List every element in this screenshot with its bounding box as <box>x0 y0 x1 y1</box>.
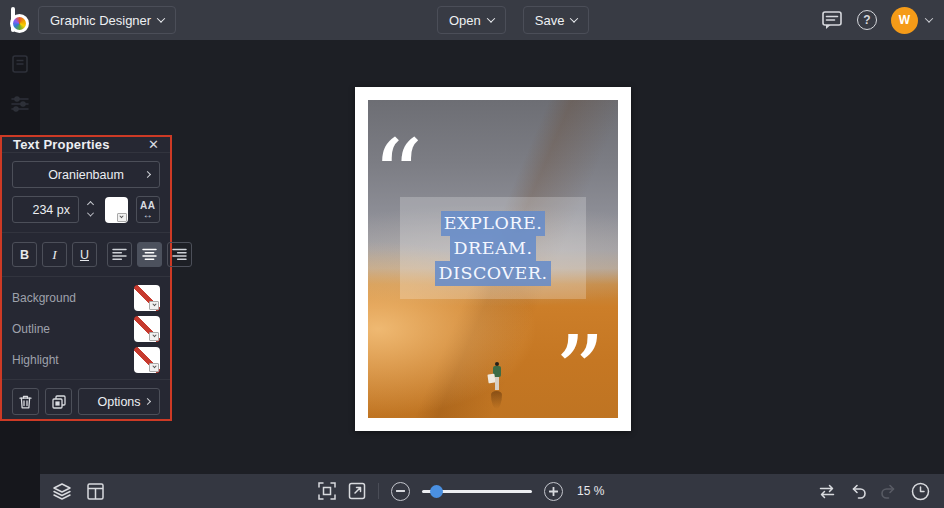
font-size-stepper <box>84 202 96 217</box>
befunky-logo-icon[interactable] <box>8 7 34 33</box>
duplicate-icon <box>52 395 66 409</box>
chevron-right-icon <box>144 171 151 178</box>
background-color-swatch[interactable] <box>134 285 160 311</box>
text-line: DREAM. <box>450 236 535 261</box>
undo-button[interactable] <box>849 483 867 499</box>
fit-screen-icon <box>318 482 336 500</box>
selected-text-element[interactable]: EXPLORE. DREAM. DISCOVER. <box>400 197 586 299</box>
save-button[interactable]: Save <box>523 6 590 34</box>
chevron-down-icon <box>570 14 578 22</box>
color-rows: Background Outline Highlight <box>2 277 170 379</box>
trash-icon <box>19 395 32 409</box>
layers-button[interactable] <box>52 483 72 500</box>
align-left-icon <box>112 248 127 261</box>
align-center-button[interactable] <box>137 242 162 267</box>
canvas-layout-icon <box>87 483 104 500</box>
swatch-dropdown-badge[interactable] <box>149 301 159 310</box>
highlight-color-row: Highlight <box>12 344 160 375</box>
text-line: DISCOVER. <box>435 261 550 286</box>
top-right-cluster: ? W <box>821 0 932 40</box>
font-size-input[interactable]: 234 px <box>12 196 79 223</box>
format-row: B I U <box>2 233 170 277</box>
help-icon[interactable]: ? <box>857 10 877 30</box>
history-tools <box>818 474 930 508</box>
italic-button[interactable]: I <box>42 242 67 267</box>
text-line: EXPLORE. <box>441 211 546 236</box>
panel-title: Text Properties <box>13 137 110 152</box>
top-bar: Graphic Designer Open Save ? W <box>0 0 944 40</box>
fullscreen-icon <box>348 482 366 500</box>
bottom-toolbar: 15 % <box>40 474 944 508</box>
adjust-sliders-icon[interactable] <box>10 94 30 114</box>
align-right-button[interactable] <box>167 242 192 267</box>
font-section: Oranienbaum 234 px AA ↔ <box>2 153 170 233</box>
background-color-row: Background <box>12 282 160 313</box>
delete-button[interactable] <box>12 388 39 415</box>
text-color-swatch[interactable] <box>105 197 127 223</box>
fullscreen-button[interactable] <box>348 482 366 500</box>
stepper-down-icon[interactable] <box>87 210 94 217</box>
undo-icon <box>849 483 867 499</box>
chevron-down-icon <box>487 14 495 22</box>
font-family-selector[interactable]: Oranienbaum <box>12 161 160 188</box>
plus-icon <box>549 487 558 496</box>
history-clock-icon <box>911 482 930 501</box>
text-properties-panel: Text Properties ✕ Oranienbaum 234 px AA … <box>0 135 172 421</box>
close-quote-mark: ” <box>554 322 605 418</box>
open-button[interactable]: Open <box>437 6 506 34</box>
file-actions: Open Save <box>437 6 589 34</box>
canvas-manager-button[interactable] <box>87 483 104 500</box>
font-size-row: 234 px AA ↔ <box>12 196 160 223</box>
desert-photo[interactable]: “ ” EXPLORE. DREAM. DISCOVER. <box>368 100 618 418</box>
bold-button[interactable]: B <box>12 242 37 267</box>
redo-button[interactable] <box>880 483 898 499</box>
feedback-chat-icon[interactable] <box>821 10 843 31</box>
compare-button[interactable] <box>818 484 836 499</box>
chevron-down-icon <box>157 14 165 22</box>
align-center-icon <box>142 248 157 261</box>
text-case-spacing-button[interactable]: AA ↔ <box>136 196 160 223</box>
person-figure <box>487 362 507 414</box>
swatch-dropdown-badge[interactable] <box>117 213 127 222</box>
zoom-controls: 15 % <box>318 474 604 508</box>
minus-icon <box>396 490 405 492</box>
zoom-slider[interactable] <box>422 485 532 498</box>
outline-color-swatch[interactable] <box>134 316 160 342</box>
panel-footer: Options <box>2 379 170 424</box>
options-button[interactable]: Options <box>78 388 160 415</box>
close-icon[interactable]: ✕ <box>148 137 159 152</box>
redo-icon <box>880 483 898 499</box>
zoom-slider-knob[interactable] <box>430 485 443 498</box>
swatch-dropdown-badge[interactable] <box>149 332 159 341</box>
avatar[interactable]: W <box>891 7 918 34</box>
underline-button[interactable]: U <box>72 242 97 267</box>
align-left-button[interactable] <box>107 242 132 267</box>
zoom-out-button[interactable] <box>391 482 410 501</box>
bottom-left-tools <box>52 474 104 508</box>
account-chevron-down-icon[interactable] <box>925 14 933 22</box>
divider <box>378 483 379 499</box>
zoom-in-button[interactable] <box>544 482 563 501</box>
stepper-up-icon[interactable] <box>87 201 94 208</box>
duplicate-button[interactable] <box>45 388 72 415</box>
layers-icon <box>52 483 72 500</box>
outline-color-row: Outline <box>12 313 160 344</box>
align-right-icon <box>172 248 187 261</box>
zoom-percentage: 15 % <box>577 484 604 498</box>
templates-icon[interactable] <box>10 54 30 74</box>
horizontal-arrow-icon: ↔ <box>143 210 153 219</box>
compare-arrows-icon <box>818 484 836 499</box>
history-button[interactable] <box>911 482 930 501</box>
highlight-color-swatch[interactable] <box>134 347 160 373</box>
chevron-right-icon <box>144 398 151 405</box>
app-menu-label: Graphic Designer <box>50 13 151 28</box>
panel-header: Text Properties ✕ <box>2 137 170 153</box>
design-canvas[interactable]: “ ” EXPLORE. DREAM. DISCOVER. <box>355 87 631 431</box>
font-family-value: Oranienbaum <box>48 168 124 182</box>
swatch-dropdown-badge[interactable] <box>149 363 159 372</box>
fit-to-screen-button[interactable] <box>318 482 336 500</box>
app-menu-button[interactable]: Graphic Designer <box>38 6 176 34</box>
